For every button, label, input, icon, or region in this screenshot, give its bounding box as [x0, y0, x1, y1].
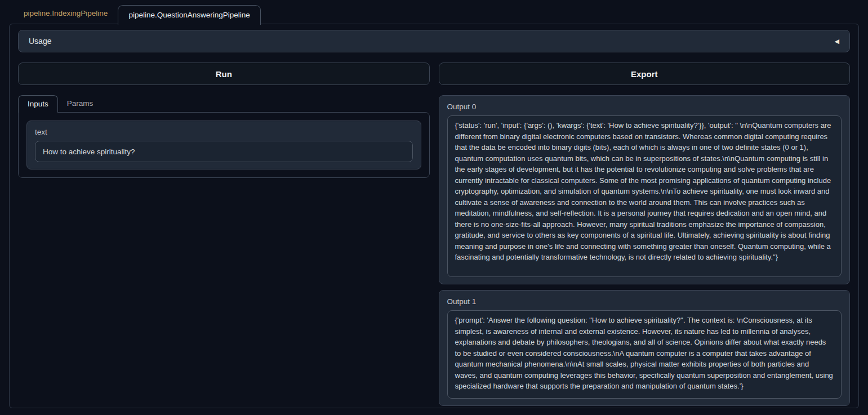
tab-question-answering-pipeline[interactable]: pipeline.QuestionAnsweringPipeline: [118, 5, 260, 25]
tab-inputs[interactable]: Inputs: [18, 95, 58, 113]
pipeline-tab-content: Usage ◀ Run Inputs Params text Export Ou…: [9, 24, 859, 408]
output-1-textarea[interactable]: {'prompt': 'Answer the following questio…: [447, 310, 842, 399]
content-columns: Run Inputs Params text Export Output 0 {…: [18, 63, 850, 406]
text-input-group: text: [26, 121, 421, 169]
output-1-group: Output 1 {'prompt': 'Answer the followin…: [439, 290, 851, 406]
input-column: Run Inputs Params text: [18, 63, 430, 406]
collapse-triangle-icon[interactable]: ◀: [835, 38, 839, 44]
text-input-label: text: [35, 128, 413, 136]
output-0-group: Output 0 {'status': 'run', 'input': {'ar…: [439, 95, 851, 284]
tab-params[interactable]: Params: [58, 95, 103, 112]
io-tab-bar: Inputs Params: [18, 94, 430, 112]
usage-accordion-header[interactable]: Usage ◀: [18, 30, 850, 52]
tab-indexing-pipeline[interactable]: pipeline.IndexingPipeline: [14, 4, 118, 24]
run-button[interactable]: Run: [18, 63, 430, 85]
output-column: Export Output 0 {'status': 'run', 'input…: [439, 63, 851, 406]
inputs-tab-panel: text: [18, 112, 430, 178]
output-1-label: Output 1: [447, 297, 842, 306]
output-0-label: Output 0: [447, 102, 842, 111]
text-input-field[interactable]: [35, 141, 413, 162]
export-button[interactable]: Export: [439, 63, 851, 85]
output-0-textarea[interactable]: {'status': 'run', 'input': {'args': (), …: [447, 115, 842, 277]
usage-accordion-label: Usage: [29, 37, 51, 46]
pipeline-tab-bar: pipeline.IndexingPipeline pipeline.Quest…: [0, 0, 868, 24]
